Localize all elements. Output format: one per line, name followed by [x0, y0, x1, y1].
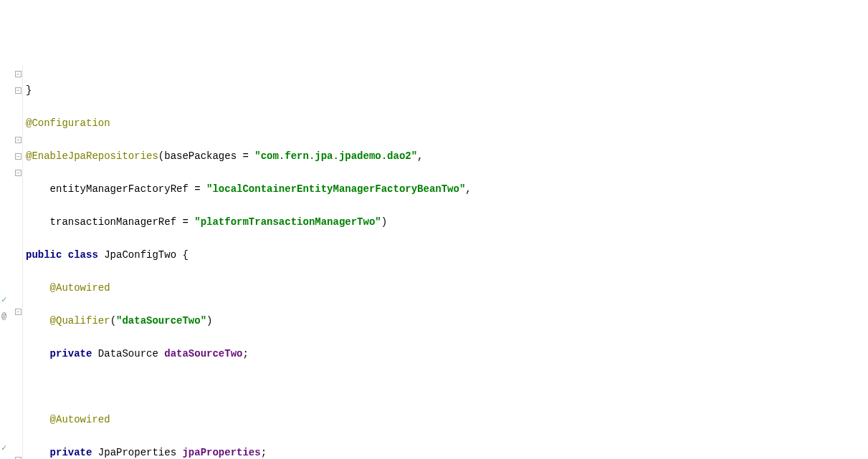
indent — [26, 348, 50, 359]
text: (basePackages = — [158, 150, 254, 162]
code-line[interactable]: public class JpaConfigTwo { — [26, 247, 868, 264]
text: ) — [206, 315, 212, 327]
code-line[interactable]: transactionManagerRef = "platformTransac… — [26, 214, 868, 231]
annotation: @Autowired — [50, 414, 110, 425]
indent — [26, 414, 50, 425]
text: ( — [110, 315, 116, 327]
field: dataSourceTwo — [164, 348, 242, 359]
string: "localContainerEntityManagerFactoryBeanT… — [206, 183, 465, 195]
code-line[interactable]: @Autowired — [26, 280, 868, 296]
annotation: @Autowired — [50, 282, 110, 294]
code-line[interactable]: @Configuration — [26, 115, 868, 132]
override-icon[interactable]: ✓ — [1, 440, 11, 450]
text: transactionManagerRef = — [50, 216, 195, 228]
annotation: @EnableJpaRepositories — [26, 150, 158, 162]
code-line[interactable]: private JpaProperties jpaProperties; — [26, 445, 868, 459]
string: "dataSourceTwo" — [116, 315, 206, 327]
field: jpaProperties — [182, 447, 260, 458]
code-line[interactable] — [26, 379, 868, 395]
fold-icon[interactable]: − — [15, 170, 22, 176]
code-line[interactable]: @EnableJpaRepositories(basePackages = "c… — [26, 148, 868, 165]
code-line[interactable]: @Autowired — [26, 412, 868, 428]
text: , — [465, 183, 471, 195]
fold-icon[interactable]: − — [15, 153, 22, 160]
code-line[interactable]: entityManagerFactoryRef = "localContaine… — [26, 181, 868, 198]
text: , — [417, 150, 423, 162]
annotation: @Qualifier — [50, 315, 110, 327]
text: entityManagerFactoryRef = — [50, 183, 206, 195]
fold-icon[interactable]: − — [15, 309, 22, 315]
code-line[interactable]: private DataSource dataSourceTwo; — [26, 346, 868, 362]
indent — [26, 216, 50, 228]
brace: } — [26, 84, 32, 96]
override-icon[interactable]: ✓ — [1, 292, 11, 302]
indent — [26, 282, 50, 294]
type: JpaProperties — [98, 447, 183, 458]
indent — [26, 315, 50, 327]
code-line[interactable]: @Qualifier("dataSourceTwo") — [26, 313, 868, 329]
brace: { — [182, 249, 188, 261]
annotation: @Configuration — [26, 117, 110, 129]
fold-icon[interactable]: − — [15, 87, 22, 94]
keyword: private — [50, 447, 98, 458]
at-icon[interactable]: @ — [1, 309, 11, 319]
type: DataSource — [98, 348, 164, 359]
semi: ; — [261, 447, 267, 458]
code-area[interactable]: } @Configuration @EnableJpaRepositories(… — [23, 66, 868, 459]
keyword: public class — [26, 249, 104, 261]
keyword: private — [50, 348, 98, 359]
classname: JpaConfigTwo — [104, 249, 182, 261]
indent — [26, 447, 50, 458]
fold-icon[interactable]: − — [15, 137, 22, 143]
indent — [26, 183, 50, 195]
code-line[interactable]: } — [26, 82, 868, 99]
fold-icon[interactable]: − — [15, 71, 22, 77]
code-editor: − − − − − ✓ @ − ✓ − } @Configuration @En… — [0, 66, 868, 459]
gutter: − − − − − ✓ @ − ✓ − — [0, 66, 23, 459]
text: ) — [381, 216, 387, 228]
semi: ; — [242, 348, 248, 359]
string: "platformTransactionManagerTwo" — [194, 216, 381, 228]
string: "com.fern.jpa.jpademo.dao2" — [254, 150, 417, 162]
